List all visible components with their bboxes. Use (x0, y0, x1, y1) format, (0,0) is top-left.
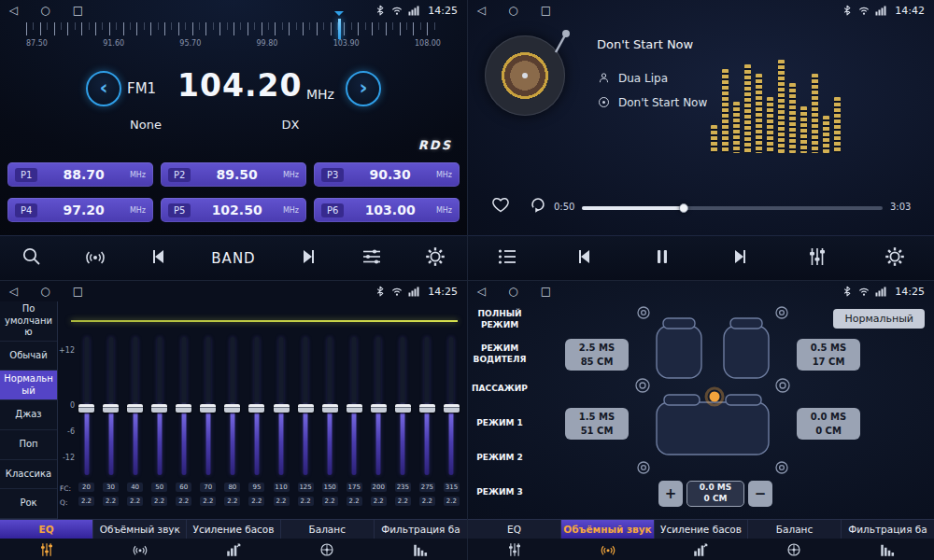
equalizer-icon[interactable] (468, 541, 561, 558)
eq-band-slider[interactable] (78, 333, 94, 479)
mode-1[interactable]: РЕЖИМ 1 (468, 407, 531, 439)
band-button[interactable]: BAND (211, 250, 255, 267)
recents-icon[interactable]: □ (541, 0, 551, 21)
tab-bass-boost[interactable]: Усиление басов (187, 520, 280, 539)
mode-full[interactable]: ПОЛНЫЙ РЕЖИМ (468, 303, 531, 335)
decrease-delay-button[interactable]: − (748, 481, 772, 507)
pause-button[interactable] (651, 245, 673, 271)
tab-eq[interactable]: EQ (468, 520, 561, 539)
delay-front-left[interactable]: 2.5 MS 85 CM (565, 339, 629, 371)
favorite-button[interactable] (490, 194, 511, 217)
filter-icon[interactable] (841, 541, 934, 558)
next-station-button[interactable] (297, 245, 319, 271)
tab-balance[interactable]: Баланс (748, 520, 842, 539)
progress-bar[interactable] (582, 206, 883, 210)
eq-sliders (78, 333, 460, 479)
eq-band-slider[interactable] (371, 333, 387, 479)
preset-button-p3[interactable]: P3 90.30 MHz (314, 162, 460, 187)
eq-band-slider[interactable] (151, 333, 167, 479)
home-icon[interactable]: ○ (40, 281, 50, 301)
eq-band-slider[interactable] (444, 333, 460, 479)
eq-band-slider[interactable] (176, 333, 191, 479)
eq-band-slider[interactable] (298, 333, 314, 479)
sound-profile-button[interactable]: Нормальный (833, 309, 925, 329)
seek-up-button[interactable]: › (346, 71, 381, 106)
eq-band-slider[interactable] (395, 333, 411, 479)
eq-band-slider[interactable] (419, 333, 435, 479)
recents-icon[interactable]: □ (73, 281, 83, 301)
home-icon[interactable]: ○ (508, 281, 517, 301)
eq-band-slider[interactable] (127, 333, 143, 479)
eq-band-slider[interactable] (347, 333, 362, 479)
band-frequency: 60 (176, 483, 191, 492)
preset-button-p1[interactable]: P1 88.70 MHz (7, 162, 153, 187)
eq-preset-default[interactable]: По умолчанию (0, 301, 57, 342)
tab-balance[interactable]: Баланс (281, 520, 375, 539)
mode-driver[interactable]: РЕЖИМ ВОДИТЕЛЯ (468, 338, 531, 370)
previous-station-button[interactable] (148, 245, 170, 271)
bass-boost-icon[interactable] (655, 541, 748, 558)
back-icon[interactable]: ◁ (9, 0, 18, 21)
eq-band-slider[interactable] (224, 333, 240, 479)
search-button[interactable] (21, 245, 43, 271)
repeat-button[interactable] (528, 194, 548, 217)
preset-scan-button[interactable] (84, 245, 106, 271)
mode-2[interactable]: РЕЖИМ 2 (468, 441, 531, 473)
settings-button[interactable] (884, 245, 906, 271)
surround-sound-icon[interactable] (93, 541, 187, 558)
preset-button-p2[interactable]: P2 89.50 MHz (161, 162, 306, 187)
mode-passenger[interactable]: ПАССАЖИР (468, 372, 531, 404)
back-icon[interactable]: ◁ (477, 0, 486, 21)
filter-icon[interactable] (374, 541, 467, 558)
balance-icon[interactable] (747, 541, 841, 558)
mode-3[interactable]: РЕЖИМ 3 (468, 476, 531, 508)
seek-down-button[interactable]: ‹ (86, 71, 121, 106)
back-icon[interactable]: ◁ (477, 281, 486, 301)
eq-band-slider[interactable] (200, 333, 216, 479)
increase-delay-button[interactable]: + (658, 481, 683, 507)
tab-filter[interactable]: Фильтрация ба (375, 520, 467, 539)
frequency-ruler[interactable] (26, 22, 441, 35)
scale-label: 103.90 (333, 39, 360, 48)
preset-button-p5[interactable]: P5 102.50 MHz (161, 198, 306, 222)
home-icon[interactable]: ○ (40, 0, 50, 21)
delay-front-right[interactable]: 0.5 MS 17 CM (797, 339, 860, 371)
settings-button[interactable] (424, 245, 446, 271)
preset-button-p4[interactable]: P4 97.20 MHz (7, 198, 153, 222)
tab-filter[interactable]: Фильтрация ба (842, 520, 934, 539)
home-icon[interactable]: ○ (508, 0, 517, 21)
eq-preset-normal[interactable]: Нормальный (0, 371, 57, 400)
preset-button-p6[interactable]: P6 103.00 MHz (314, 198, 460, 222)
next-track-button[interactable] (729, 245, 751, 271)
eq-preset-jazz[interactable]: Джаз (0, 400, 57, 430)
frequency-unit: MHz (306, 87, 334, 102)
delay-rear-right[interactable]: 0.0 MS 0 CM (797, 408, 860, 440)
balance-icon[interactable] (280, 541, 374, 558)
audio-effects-button[interactable] (806, 245, 828, 271)
progress-knob[interactable] (679, 203, 688, 213)
recents-icon[interactable]: □ (73, 0, 83, 21)
equalizer-icon[interactable] (0, 541, 93, 558)
eq-band-slider[interactable] (103, 333, 119, 479)
band-frequency: 30 (103, 483, 119, 492)
eq-band-slider[interactable] (248, 333, 264, 479)
eq-band-slider[interactable] (274, 333, 290, 479)
tab-bass-boost[interactable]: Усиление басов (655, 520, 748, 539)
eq-preset-classic[interactable]: Классика (0, 460, 57, 490)
tab-surround[interactable]: Объёмный звук (561, 520, 655, 539)
eq-preset-rock[interactable]: Рок (0, 489, 57, 519)
back-icon[interactable]: ◁ (9, 281, 18, 301)
tune-options-button[interactable] (361, 245, 383, 271)
eq-band-slider[interactable] (322, 333, 338, 479)
eq-preset-custom[interactable]: Обычай (0, 342, 57, 371)
eq-preset-pop[interactable]: Поп (0, 430, 57, 460)
tab-surround[interactable]: Объёмный звук (93, 520, 187, 539)
playlist-button[interactable] (496, 245, 518, 271)
visualizer-bar (722, 69, 729, 153)
surround-sound-icon[interactable] (561, 541, 655, 558)
tab-eq[interactable]: EQ (0, 520, 93, 539)
bass-boost-icon[interactable] (187, 541, 280, 558)
delay-rear-left[interactable]: 1.5 MS 51 CM (565, 408, 629, 440)
previous-track-button[interactable] (573, 245, 596, 271)
recents-icon[interactable]: □ (541, 281, 551, 301)
